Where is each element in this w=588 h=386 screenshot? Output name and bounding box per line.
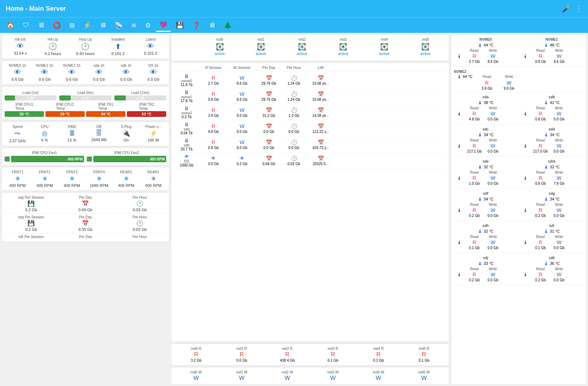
sdq-hour-icon: 🕐 xyxy=(136,220,143,227)
md5-r: md5 R R 0.1 Gb xyxy=(402,347,446,362)
nvme2-1h-value: 0.6 Gb xyxy=(66,77,78,81)
cpu2-temp-label: IPMI CPU2Temp xyxy=(56,103,74,110)
ha-init-label: HA Init xyxy=(15,38,25,41)
sdp-hour-icon: 🕐 xyxy=(136,200,143,207)
sdq-perday: Per Day 📅 0.35 Gb xyxy=(59,215,112,232)
fan2-indicator xyxy=(87,157,92,162)
nvme1-1h-label: NVME1 1h xyxy=(36,64,53,68)
md0-status: 💽 active xyxy=(199,43,240,56)
nvme01-section: NVME0 🌡 44 °C Read Write 🌡 R W 2.7 Gb 8.… xyxy=(453,36,585,67)
nav-network[interactable]: 📡 xyxy=(111,19,126,31)
device-io-panel: R Session W Session Per Day Per Hour Lef… xyxy=(171,63,449,342)
case-fans-panel: FRNT1 ✳ 400 RPM FRNT2 ✳ 400 RPM FRNT3 ✳ … xyxy=(1,167,169,191)
rear1-icon: ✳ xyxy=(124,175,129,183)
sdp-write-icon: 💾 xyxy=(28,200,35,207)
md5-w: md5 W W xyxy=(402,370,446,381)
tr1-temp: IPMI TR1Temp 44 °C xyxy=(86,103,125,117)
sda-1h-cell: sda 1h 👁 0.0 Gb xyxy=(86,64,112,81)
sdb-right: sdb 🌡 41 °C ReadWrite 🌡 R W 0.8 Gb 0.0 G… xyxy=(519,94,585,123)
sdp-perday: Per Day 📅 0.69 Gb xyxy=(59,196,112,212)
nav-tree[interactable]: 🌲 xyxy=(220,19,235,31)
sdcd-section: sdc 🌡 34 °C ReadWrite 🌡 R W 217.1 Gb 0.0… xyxy=(453,126,585,157)
cpu2-temp-bar: 39 °C xyxy=(45,111,85,117)
latest-value: 0.101.2 xyxy=(144,51,157,55)
nav-desktop[interactable]: 🖥 xyxy=(205,19,219,31)
nav-help[interactable]: ❓ xyxy=(189,19,204,31)
nav-heartbeat[interactable]: 💗 xyxy=(156,19,171,32)
nvme2-right: NVME2 🌡 44 °C Read Write R W 3.9 Gb 9.0 … xyxy=(453,68,585,92)
cpu-fans-panel: IPMI CPU Fan1 400 RPM IPMI CPU Fan2 480 … xyxy=(1,148,169,165)
sdjk-section: sdj 🌡 33 °C ReadWrite 🌡 R W 0.2 Gb 0.0 G… xyxy=(453,254,585,285)
cpu-icon: ◎ xyxy=(42,129,48,137)
load-15m: Load (15m) 2.19 xyxy=(114,91,166,100)
sdr-perday: Per Day xyxy=(59,235,112,239)
header-actions: 🎤 ⋮ xyxy=(562,4,582,13)
nav-home[interactable]: 🏠 xyxy=(3,19,18,31)
mic-icon[interactable]: 🎤 xyxy=(562,4,571,13)
nvme2-1h-cell: NVME2 1h 👁 0.6 Gb xyxy=(59,64,85,81)
frnt2-icon: ✳ xyxy=(42,175,48,183)
installed-icon: ⬆ xyxy=(115,42,121,51)
nav-storage[interactable]: 💾 xyxy=(172,19,187,31)
cpu-fan1: IPMI CPU Fan1 400 RPM xyxy=(5,151,84,162)
cpu1-temp-label: IPMI CPU1Temp xyxy=(15,103,33,110)
tr2-temp-label: IPMI TR2Temp xyxy=(139,103,154,110)
nav-bolt[interactable]: ⚡ xyxy=(80,19,95,31)
nvme0-1h-value: 0.6 Gb xyxy=(11,77,23,81)
nav-circle[interactable]: ⭕ xyxy=(49,19,64,31)
md3-header: md3 xyxy=(322,38,364,41)
f20-1h-value: 0.0 Gb xyxy=(147,77,159,81)
nvme0-1h-cell: NVME0 1h 👁 0.6 Gb xyxy=(5,64,30,81)
md3-status: 💽 active xyxy=(322,43,364,56)
nvme2-1h-icon: 👁 xyxy=(68,68,75,76)
md2-r: md2 R R 438.4 Gb xyxy=(265,347,310,362)
load-5m-label: Load (5m) xyxy=(77,91,94,95)
frnt3-icon: ✳ xyxy=(69,175,75,183)
nav-monitor[interactable]: 🖥 xyxy=(34,19,48,31)
nav-grid[interactable]: ⊞ xyxy=(66,19,78,31)
frnt1-fan: FRNT1 ✳ 400 RPM xyxy=(5,170,30,188)
cpu-stat: CPU ◎ 6 % xyxy=(32,125,58,143)
sdp-day-icon: 📅 xyxy=(82,200,89,207)
sdf-right: sdf 🌡 34 °C ReadWrite 🌡 R W 0.2 Gb 0.0 G… xyxy=(453,190,519,219)
nav-display[interactable]: 🖥 xyxy=(96,19,110,31)
ram-icon: ≣ xyxy=(69,129,75,137)
system-stats-panel: Speed 〜 2.07 GHz CPU ◎ 6 % RAM ≣ 13 % DB… xyxy=(1,122,169,146)
ha-up-value: 4.2 hours xyxy=(45,51,61,56)
md4-header: md4 xyxy=(364,38,405,41)
frnt4-icon: ✳ xyxy=(97,175,102,183)
nav-gear[interactable]: ⚙ xyxy=(142,19,154,31)
md5-header: md5 xyxy=(405,38,446,41)
cpu1-temp-bar: 35 °C xyxy=(5,111,44,117)
sda-1h-label: sda 1h xyxy=(94,64,104,68)
menu-icon[interactable]: ⋮ xyxy=(575,4,582,13)
nav-shield[interactable]: 🛡 xyxy=(19,19,33,31)
raid-status-panel: md0 md1 md2 md3 md4 md5 💽 active 💽 activ… xyxy=(171,34,449,61)
host-up-value: 6.93 hours xyxy=(76,51,95,56)
md-write-panel: md0 W W md1 W W md2 W W md3 W W md4 W xyxy=(171,367,449,385)
rear1-fan: REAR1 ✳ 400 RPM xyxy=(113,170,139,188)
cpu1-temp: IPMI CPU1Temp 35 °C xyxy=(5,103,44,117)
md1-r: md1 R R 0.0 Gb xyxy=(220,347,264,362)
ha-panel: HA Init 👁 33.54 s HA Up 🕐 4.2 hours Host… xyxy=(1,34,169,59)
sdr-perhour: Per Hour xyxy=(113,235,166,239)
md1-status: 💽 active xyxy=(240,43,281,56)
latest-label: Latest xyxy=(146,38,155,41)
nav-layers[interactable]: ≋ xyxy=(128,19,140,31)
nvme1-1h-cell: NVME1 1h 👁 0.6 Gb xyxy=(32,64,58,81)
host-up-icon: 🕐 xyxy=(81,42,90,51)
host-up-label: Host Up xyxy=(79,38,92,41)
md2-w: md2 W W xyxy=(265,370,310,381)
f20-1h-icon: 👁 xyxy=(150,68,157,76)
ha-init-cell: HA Init 👁 33.54 s xyxy=(5,38,36,56)
header: Home - Main Server 🎤 ⋮ xyxy=(0,0,588,17)
navbar: 🏠 🛡 🖥 ⭕ ⊞ ⚡ 🖥 📡 ≋ ⚙ 💗 💾 ❓ 🖥 🌲 xyxy=(0,17,588,33)
rear2-icon: ✳ xyxy=(151,175,156,183)
sdq-label: sdq Per Session 💾 0.2 Gb xyxy=(5,215,58,232)
page-title: Home - Main Server xyxy=(6,5,66,13)
db-icon: 🗄 xyxy=(96,129,102,137)
installed-label: Installed xyxy=(112,38,125,41)
sdq-perhour: Per Hour 🕐 0.03 Gb xyxy=(113,215,166,232)
installed-value: 0.101.2 xyxy=(112,51,125,56)
load-panel: Load (1m) 1.89 Load (5m) 2.17 Load (15m) xyxy=(1,86,169,120)
